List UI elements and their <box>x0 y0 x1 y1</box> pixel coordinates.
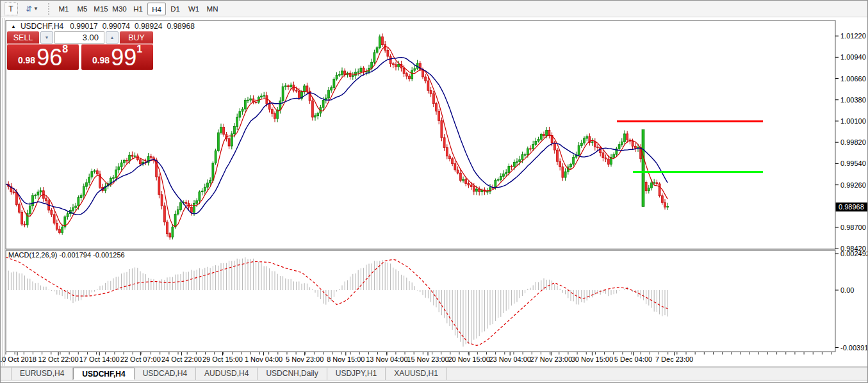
timeframe-button-h4[interactable]: H4 <box>147 3 166 15</box>
timeframe-button-h1[interactable]: H1 <box>129 3 147 15</box>
chart-tab-bar: EURUSD,H4USDCHF,H4USDCAD,H4AUDUSD,H4USDC… <box>1 367 867 380</box>
svg-text:13 Nov 04:00: 13 Nov 04:00 <box>366 355 407 363</box>
sell-price-prefix: 0.98 <box>18 52 35 69</box>
sell-price-big: 96 <box>37 47 62 69</box>
chevron-down-icon: ▼ <box>33 6 38 12</box>
svg-text:0.00: 0.00 <box>840 286 854 294</box>
caret-down-icon: ▼ <box>45 35 49 40</box>
timeframe-button-w1[interactable]: W1 <box>184 3 203 15</box>
svg-text:0.99540: 0.99540 <box>840 159 866 167</box>
text-label-tool-button[interactable]: T <box>4 3 18 15</box>
sell-price-sup: 8 <box>62 45 68 54</box>
volume-increase-button[interactable]: ▲ <box>106 31 119 44</box>
chart-tab-eurusd[interactable]: EURUSD,H4 <box>11 368 73 380</box>
svg-text:22 Oct 07:00: 22 Oct 07:00 <box>120 355 161 363</box>
timeframe-button-d1[interactable]: D1 <box>166 3 184 15</box>
chart-tab-usdchf[interactable]: USDCHF,H4 <box>73 368 134 380</box>
timeframe-button-m5[interactable]: M5 <box>73 3 92 15</box>
svg-text:0.98700: 0.98700 <box>840 224 866 231</box>
symbol-label: USDCHF,H4 <box>20 22 63 31</box>
svg-text:5 Dec 04:00: 5 Dec 04:00 <box>614 355 652 363</box>
chart-tab-usdjpy[interactable]: USDJPY,H1 <box>327 368 386 380</box>
svg-text:1.00100: 1.00100 <box>840 117 866 125</box>
svg-text:1 Nov 04:00: 1 Nov 04:00 <box>245 355 283 363</box>
svg-text:-0.003913: -0.003913 <box>840 344 868 352</box>
chart-ohlc-header: ▲ USDCHF,H4 0.99017 0.99074 0.98924 0.98… <box>11 22 195 31</box>
timeframe-button-m15[interactable]: M15 <box>92 3 110 15</box>
high-value: 0.99074 <box>102 22 130 31</box>
timeframe-button-m1[interactable]: M1 <box>54 3 73 15</box>
svg-text:1.00660: 1.00660 <box>840 75 866 83</box>
svg-text:0.98968: 0.98968 <box>839 203 864 211</box>
caret-up-icon: ▲ <box>110 35 115 40</box>
sell-button[interactable]: SELL <box>7 31 39 44</box>
svg-text:24 Oct 22:00: 24 Oct 22:00 <box>161 355 202 363</box>
svg-text:12 Oct 22:00: 12 Oct 22:00 <box>38 355 79 363</box>
buy-price-big: 99 <box>111 47 136 69</box>
svg-text:5 Nov 23:00: 5 Nov 23:00 <box>286 355 323 363</box>
open-value: 0.99017 <box>70 22 97 31</box>
trading-platform-window: 1.012201.009401.006601.003801.001000.998… <box>0 0 868 383</box>
svg-text:10 Oct 2018: 10 Oct 2018 <box>1 355 37 363</box>
close-value: 0.98968 <box>167 22 194 31</box>
buy-button[interactable]: BUY <box>120 31 153 44</box>
low-value: 0.98924 <box>135 22 162 31</box>
buy-price-button[interactable]: 0.98 99 1 <box>81 44 153 70</box>
svg-text:15 Nov 23:00: 15 Nov 23:00 <box>407 355 448 363</box>
chart-tab-xauusd[interactable]: XAUUSD,H1 <box>386 368 447 380</box>
price-axis[interactable]: 1.012201.009401.006601.003801.001000.998… <box>835 32 866 252</box>
timeframe-button-mn[interactable]: MN <box>203 3 222 15</box>
svg-text:1.01220: 1.01220 <box>840 32 866 40</box>
svg-text:29 Oct 15:00: 29 Oct 15:00 <box>202 355 243 363</box>
svg-text:8 Nov 15:00: 8 Nov 15:00 <box>327 355 364 363</box>
buy-price-sup: 1 <box>136 45 142 54</box>
chart-tab-usdcad[interactable]: USDCAD,H4 <box>135 368 196 380</box>
svg-text:7 Dec 23:00: 7 Dec 23:00 <box>655 355 693 363</box>
svg-text:27 Nov 23:00: 27 Nov 23:00 <box>530 355 572 363</box>
macd-label: MACD(12,26,9) -0.001794 -0.001256 <box>8 251 125 259</box>
toolbar-separator <box>48 3 49 15</box>
svg-text:0.002492: 0.002492 <box>840 250 868 257</box>
one-click-trading-panel: SELL ▼ 3.00 ▲ BUY 0.98 96 8 0.98 99 1 <box>7 31 153 70</box>
svg-text:MACD(12,26,9) -0.001794 -0.001: MACD(12,26,9) -0.001794 -0.001256 <box>8 251 125 259</box>
bar-up-icon: ▲ <box>11 24 16 29</box>
chart-tab-usdcnh[interactable]: USDCNH,Daily <box>258 368 327 380</box>
volume-input[interactable]: 3.00 <box>54 31 104 44</box>
svg-text:23 Nov 04:00: 23 Nov 04:00 <box>489 355 530 363</box>
arrows-objects-button[interactable]: ⇵ ▼ <box>22 3 42 15</box>
svg-text:1.00940: 1.00940 <box>840 53 866 61</box>
chart-tab-audusd[interactable]: AUDUSD,H4 <box>196 368 258 380</box>
macd-axis[interactable]: 0.0024920.00-0.003913 <box>835 250 868 352</box>
timeframe-toolbar: M1M5M15M30H1H4D1W1MN <box>54 3 222 15</box>
time-axis[interactable]: 10 Oct 201812 Oct 22:0017 Oct 14:0022 Oc… <box>1 352 831 363</box>
current-price-tag: 0.98968 <box>836 202 868 211</box>
wide-range-candle <box>642 130 644 207</box>
volume-decrease-button[interactable]: ▼ <box>40 31 53 44</box>
svg-text:30 Nov 15:00: 30 Nov 15:00 <box>571 355 613 363</box>
svg-text:17 Oct 14:00: 17 Oct 14:00 <box>79 355 120 363</box>
svg-text:20 Nov 15:00: 20 Nov 15:00 <box>448 355 489 363</box>
sell-price-button[interactable]: 0.98 96 8 <box>7 44 79 70</box>
arrows-icon: ⇵ <box>26 4 32 13</box>
svg-text:0.99260: 0.99260 <box>840 181 866 189</box>
top-toolbar: T ⇵ ▼ M1M5M15M30H1H4D1W1MN <box>1 1 867 17</box>
svg-text:0.99820: 0.99820 <box>840 138 866 146</box>
svg-text:1.00380: 1.00380 <box>840 96 866 104</box>
buy-price-prefix: 0.98 <box>92 52 110 69</box>
timeframe-button-m30[interactable]: M30 <box>110 3 129 15</box>
